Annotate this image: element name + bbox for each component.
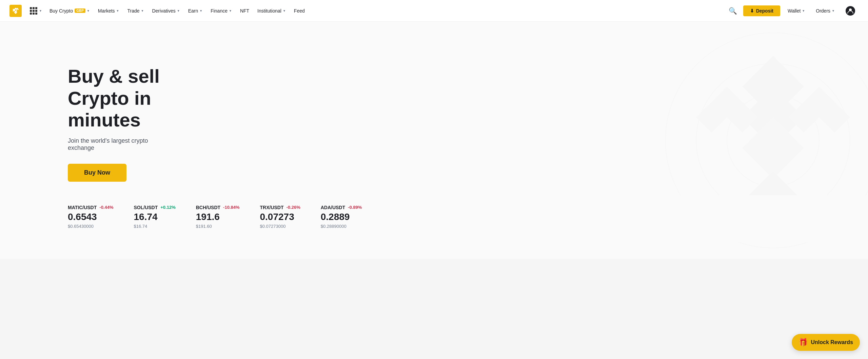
nav-feed[interactable]: Feed — [291, 6, 308, 16]
deposit-button[interactable]: ⬇ Deposit — [743, 5, 780, 16]
ticker-price: 0.6543 — [68, 212, 114, 222]
hero-section: Buy & sell Crypto in minutes Join the wo… — [0, 22, 868, 259]
search-icon: 🔍 — [729, 7, 737, 15]
binance-logo[interactable] — [9, 5, 22, 17]
derivatives-chevron-icon: ▼ — [177, 9, 180, 13]
ticker-usd-price: $0.28890000 — [321, 224, 362, 229]
nav-earn[interactable]: Earn ▼ — [185, 6, 206, 16]
nav-right: 🔍 ⬇ Deposit Wallet ▼ Orders ▼ — [727, 4, 859, 18]
avatar — [846, 6, 855, 16]
ticker-pair-header: ADA/USDT -0.89% — [321, 205, 362, 210]
ticker-price: 0.2889 — [321, 212, 362, 222]
markets-chevron-icon: ▼ — [116, 9, 119, 13]
grid-icon — [30, 7, 37, 15]
ticker-pair: ADA/USDT — [321, 205, 345, 210]
hero-content: Buy & sell Crypto in minutes Join the wo… — [0, 38, 237, 195]
nav-nft[interactable]: NFT — [237, 6, 253, 16]
ticker-pair-header: BCH/USDT -10.84% — [196, 205, 240, 210]
svg-marker-8 — [696, 86, 757, 133]
apps-chevron-icon: ▼ — [39, 9, 42, 13]
deposit-icon: ⬇ — [750, 8, 754, 14]
ticker-item[interactable]: SOL/USDT +0.12% 16.74 $16.74 — [134, 205, 176, 229]
ticker-usd-price: $191.60 — [196, 224, 240, 229]
ticker-pair: TRX/USDT — [260, 205, 284, 210]
ticker-item[interactable]: BCH/USDT -10.84% 191.6 $191.60 — [196, 205, 240, 229]
earn-chevron-icon: ▼ — [199, 9, 202, 13]
ticker-change: -0.26% — [287, 205, 300, 210]
ticker-price: 0.07273 — [260, 212, 300, 222]
ticker-pair: SOL/USDT — [134, 205, 158, 210]
nav-finance[interactable]: Finance ▼ — [207, 6, 235, 16]
search-button[interactable]: 🔍 — [727, 5, 739, 17]
nav-derivatives[interactable]: Derivatives ▼ — [149, 6, 183, 16]
ticker-usd-price: $0.07273000 — [260, 224, 300, 229]
ticker-change: -10.84% — [223, 205, 239, 210]
ticker-pair-header: SOL/USDT +0.12% — [134, 205, 176, 210]
institutional-chevron-icon: ▼ — [283, 9, 286, 13]
ticker-pair: BCH/USDT — [196, 205, 220, 210]
ticker-pair-header: MATIC/USDT -0.44% — [68, 205, 114, 210]
orders-chevron-icon: ▼ — [832, 9, 835, 13]
nav-trade[interactable]: Trade ▼ — [124, 6, 147, 16]
ticker-bar: MATIC/USDT -0.44% 0.6543 $0.65430000 SOL… — [0, 195, 868, 242]
hero-subtitle: Join the world's largest crypto exchange — [68, 137, 170, 152]
nav-items: Buy Crypto GBP ▼ Markets ▼ Trade ▼ Deriv… — [46, 6, 727, 16]
wallet-chevron-icon: ▼ — [802, 9, 805, 13]
ticker-price: 16.74 — [134, 212, 176, 222]
nav-markets[interactable]: Markets ▼ — [95, 6, 123, 16]
ticker-change: -0.89% — [348, 205, 362, 210]
user-profile-button[interactable] — [842, 4, 859, 18]
nav-buy-crypto[interactable]: Buy Crypto GBP ▼ — [46, 6, 93, 16]
nav-wallet[interactable]: Wallet ▼ — [784, 6, 808, 16]
hero-buy-now-button[interactable]: Buy Now — [68, 164, 126, 182]
navbar: ▼ Buy Crypto GBP ▼ Markets ▼ Trade ▼ Der… — [0, 0, 868, 22]
ticker-change: +0.12% — [160, 205, 175, 210]
nav-orders[interactable]: Orders ▼ — [812, 6, 838, 16]
ticker-price: 191.6 — [196, 212, 240, 222]
svg-rect-0 — [9, 5, 22, 17]
hero-title: Buy & sell Crypto in minutes — [68, 65, 170, 131]
ticker-pair: MATIC/USDT — [68, 205, 97, 210]
svg-marker-9 — [788, 86, 850, 133]
finance-chevron-icon: ▼ — [229, 9, 232, 13]
apps-grid-button[interactable]: ▼ — [28, 6, 44, 16]
ticker-item[interactable]: ADA/USDT -0.89% 0.2889 $0.28890000 — [321, 205, 362, 229]
trade-chevron-icon: ▼ — [141, 9, 144, 13]
ticker-usd-price: $16.74 — [134, 224, 176, 229]
ticker-pair-header: TRX/USDT -0.26% — [260, 205, 300, 210]
ticker-item[interactable]: MATIC/USDT -0.44% 0.6543 $0.65430000 — [68, 205, 114, 229]
ticker-usd-price: $0.65430000 — [68, 224, 114, 229]
ticker-change: -0.44% — [99, 205, 113, 210]
nav-institutional[interactable]: Institutional ▼ — [254, 6, 289, 16]
svg-marker-7 — [742, 117, 804, 179]
buy-crypto-chevron-icon: ▼ — [87, 9, 90, 13]
ticker-item[interactable]: TRX/USDT -0.26% 0.07273 $0.07273000 — [260, 205, 300, 229]
